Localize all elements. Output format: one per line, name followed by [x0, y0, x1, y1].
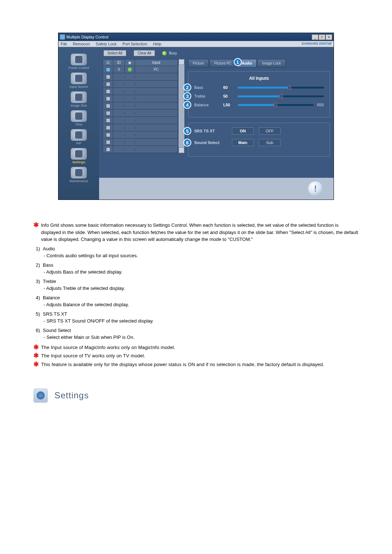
row-checkbox[interactable] [106, 118, 110, 123]
grid-row[interactable] [103, 95, 178, 102]
balance-right: R50 [317, 103, 324, 107]
status-dot-icon [128, 67, 132, 71]
balance-slider-row: 4 Balance L50 R50 [194, 103, 324, 107]
slider-thumb[interactable] [274, 103, 277, 107]
treble-slider-row: 3 Treble 50 [194, 94, 324, 98]
tab-audio[interactable]: 1 Audio [237, 59, 257, 67]
row-checkbox[interactable] [106, 140, 110, 144]
balance-left: L50 [223, 103, 234, 107]
bass-slider[interactable] [238, 87, 324, 89]
grid-row[interactable] [103, 88, 178, 95]
menu-safety-lock[interactable]: Safety Lock [96, 42, 117, 46]
col-id: ID [113, 59, 125, 66]
col-checkbox[interactable]: ☑ [103, 59, 113, 66]
callout-4: 4 [183, 101, 191, 109]
sidebar-item-image-size[interactable]: Image Size [60, 91, 98, 108]
settings-icon [71, 148, 87, 160]
menubar: File Remocon Safety Lock Port Selection … [58, 41, 334, 47]
srs-label: SRS TS XT [194, 129, 227, 133]
app-window: Multiple Display Control _ □ × File Remo… [58, 33, 334, 200]
grid-row[interactable] [103, 124, 178, 131]
row-checkbox[interactable] [106, 104, 110, 108]
row-checkbox[interactable] [106, 97, 110, 101]
sound-main-button[interactable]: Main [232, 139, 254, 146]
grid-row[interactable] [103, 73, 178, 81]
doc-note-3: ✱ This feature is available only for the… [33, 361, 359, 368]
grid-row[interactable] [103, 131, 178, 139]
tab-picture-pc[interactable]: Picture PC [209, 59, 236, 67]
maximize-button[interactable]: □ [319, 34, 325, 40]
grid-row[interactable]: 0 PC [103, 66, 178, 73]
row-id: 0 [113, 66, 125, 73]
brand-label: SAMSUNG DIGITall [302, 42, 331, 46]
treble-slider[interactable] [238, 95, 324, 97]
doc-section: ✱ Info Grid shows some basic information… [33, 222, 359, 403]
grid-row[interactable] [103, 117, 178, 124]
slider-thumb[interactable] [279, 94, 283, 98]
row-input: PC [135, 66, 177, 73]
sidebar-item-settings[interactable]: Settings [60, 147, 98, 165]
image-size-icon [71, 91, 87, 103]
sidebar-item-power-control[interactable]: Power Control [60, 53, 98, 70]
titlebar: Multiple Display Control _ □ × [58, 33, 334, 41]
grid-row[interactable] [103, 81, 178, 88]
sidebar-item-pip[interactable]: PIP [60, 128, 98, 146]
sidebar-label: Input Source [69, 85, 88, 89]
minimize-button[interactable]: _ [312, 34, 318, 40]
settings-heading: Settings [33, 388, 359, 403]
doc-item-6: 6) Sound Select [33, 327, 359, 334]
row-checkbox[interactable] [106, 147, 110, 152]
slider-thumb[interactable] [287, 85, 291, 90]
sidebar-item-maintenance[interactable]: Maintenance [60, 166, 98, 184]
sound-sub-button[interactable]: Sub [259, 139, 281, 146]
scroll-up-button[interactable] [179, 59, 184, 65]
doc-intro-text: Info Grid shows some basic information n… [41, 222, 359, 243]
sidebar-item-input-source[interactable]: Input Source [60, 72, 98, 89]
col-status: ◉ [125, 59, 135, 66]
row-checkbox[interactable] [106, 67, 110, 72]
grid-row[interactable] [103, 146, 178, 153]
row-checkbox[interactable] [106, 133, 110, 137]
balance-slider[interactable] [238, 104, 314, 106]
grid-row[interactable] [103, 102, 178, 110]
menu-port-selection[interactable]: Port Selection [122, 42, 147, 46]
tab-picture[interactable]: Picture [188, 59, 209, 67]
menu-help[interactable]: Help [153, 42, 162, 46]
row-checkbox[interactable] [106, 126, 110, 130]
callout-6: 6 [183, 139, 191, 147]
grid-row[interactable] [103, 110, 178, 117]
grid-row[interactable] [103, 139, 178, 146]
row-checkbox[interactable] [106, 89, 110, 94]
srs-on-button[interactable]: ON [232, 127, 254, 135]
grid-header: ☑ ID ◉ Input [103, 59, 178, 66]
callout-5: 5 [183, 127, 191, 135]
tab-audio-label: Audio [242, 61, 252, 65]
power-icon [71, 54, 87, 65]
clear-all-button[interactable]: Clear All [134, 50, 155, 56]
menu-remocon[interactable]: Remocon [73, 42, 90, 46]
window-title: Multiple Display Control [66, 35, 109, 39]
doc-item-3: 3) Treble [33, 278, 359, 285]
close-button[interactable]: × [326, 34, 332, 40]
grid-body: 0 PC [103, 66, 178, 153]
settings-panel: Picture Picture PC 1 Audio Image Lock Al… [184, 59, 334, 178]
panel-header: All Inputs [194, 76, 324, 81]
content-row: ☑ ID ◉ Input 0 PC [99, 59, 334, 178]
busy-indicator: Busy [162, 51, 177, 56]
srs-off-button[interactable]: OFF [259, 127, 281, 135]
audio-toggle-group: 5 SRS TS XT ON OFF 6 Sound Select Main S… [188, 123, 330, 157]
sidebar-label: Image Size [70, 104, 87, 107]
menu-file[interactable]: File [61, 42, 67, 46]
select-all-button[interactable]: Select All [103, 50, 126, 56]
tab-image-lock[interactable]: Image Lock [257, 59, 286, 67]
sidebar-item-time[interactable]: Time [60, 110, 98, 127]
scroll-down-button[interactable] [179, 147, 184, 153]
row-checkbox[interactable] [106, 111, 110, 115]
sidebar-label: Power Control [68, 66, 89, 70]
row-checkbox[interactable] [106, 82, 110, 86]
callout-1: 1 [234, 58, 242, 66]
star-icon: ✱ [33, 344, 39, 351]
row-checkbox[interactable] [106, 75, 110, 79]
callout-3: 3 [183, 92, 191, 100]
toolbar: Select All Clear All Busy [99, 47, 334, 59]
